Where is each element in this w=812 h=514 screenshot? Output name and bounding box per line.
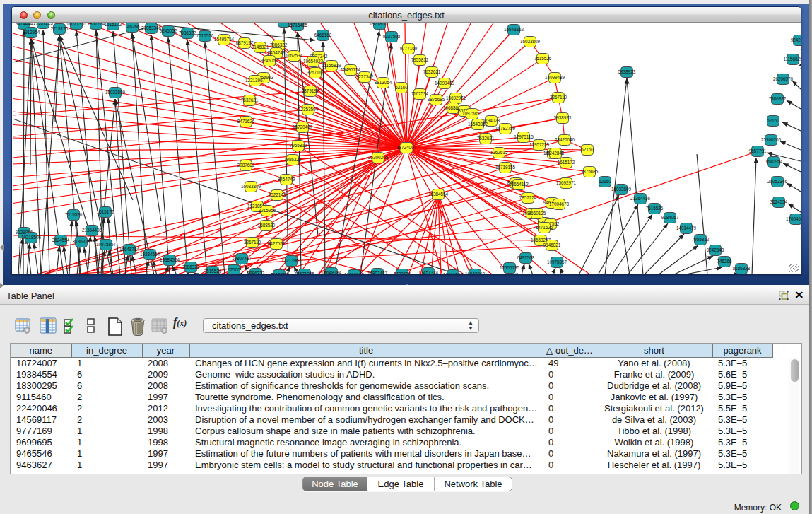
svg-text:7515526: 7515526 [646,206,664,211]
svg-text:3215955: 3215955 [259,208,276,213]
svg-text:9242848: 9242848 [707,247,724,252]
svg-text:16033809: 16033809 [520,39,541,44]
svg-text:9146821: 9146821 [252,45,269,49]
svg-text:7632621: 7632621 [241,98,259,103]
svg-text:7515526: 7515526 [65,212,83,217]
svg-text:1362615: 1362615 [490,150,508,155]
svg-text:3267110: 3267110 [244,240,261,245]
svg-text:21364436: 21364436 [82,228,102,233]
svg-text:8186328: 8186328 [73,239,90,244]
svg-text:3624554: 3624554 [52,238,70,243]
svg-text:3267110: 3267110 [550,95,567,100]
svg-text:12975115: 12975115 [514,134,534,139]
svg-text:16543362: 16543362 [465,271,486,274]
svg-text:9227342: 9227342 [356,74,374,79]
svg-text:1615172: 1615172 [97,209,114,214]
svg-text:8813054: 8813054 [375,80,392,85]
svg-text:10719155: 10719155 [495,165,516,170]
svg-text:7515526: 7515526 [204,269,222,274]
svg-text:1615172: 1615172 [105,23,122,27]
svg-text:6497568: 6497568 [517,255,535,260]
svg-text:15720407: 15720407 [293,124,313,129]
svg-text:14099489: 14099489 [435,81,455,86]
svg-text:62160: 62160 [599,179,611,184]
svg-text:7986322: 7986322 [179,30,196,35]
svg-text:7986322: 7986322 [270,42,288,47]
svg-text:7986322: 7986322 [247,271,265,274]
svg-text:14914479: 14914479 [676,226,697,230]
svg-text:9146821: 9146821 [543,243,561,247]
svg-text:1733426: 1733426 [394,271,411,274]
svg-text:10782759: 10782759 [495,126,516,131]
svg-text:11156829: 11156829 [322,63,341,68]
svg-text:16033809: 16033809 [611,187,632,192]
svg-text:3875685: 3875685 [428,97,445,102]
svg-text:15495754: 15495754 [214,37,235,42]
svg-text:10975857: 10975857 [547,259,567,264]
svg-text:10807487: 10807487 [232,256,252,261]
svg-text:18724007: 18724007 [396,145,417,150]
svg-text:12213967: 12213967 [281,258,302,263]
svg-text:6879197: 6879197 [302,88,319,93]
svg-text:8912954: 8912954 [23,30,40,35]
svg-text:16648784: 16648784 [119,247,140,252]
svg-text:7955812: 7955812 [290,143,307,148]
svg-text:5938923: 5938923 [554,115,572,120]
svg-text:1167534: 1167534 [286,53,303,58]
svg-text:5938923: 5938923 [618,69,636,74]
svg-text:10807487: 10807487 [367,271,388,274]
svg-text:62160: 62160 [581,147,594,152]
svg-text:2718176: 2718176 [51,26,69,31]
svg-text:8471626: 8471626 [536,225,553,230]
svg-text:8912954: 8912954 [271,272,288,274]
svg-text:19218506: 19218506 [370,23,390,26]
svg-text:16671355: 16671355 [66,23,87,26]
svg-text:7955812: 7955812 [411,57,429,62]
svg-text:19654923: 19654923 [303,59,324,64]
svg-text:15495754: 15495754 [341,67,361,72]
svg-text:9657791: 9657791 [749,148,767,153]
svg-text:8186328: 8186328 [733,266,751,271]
svg-text:9245052: 9245052 [261,58,278,63]
svg-text:9084067: 9084067 [661,215,679,220]
svg-text:16648784: 16648784 [322,270,342,274]
svg-text:7632621: 7632621 [423,69,441,74]
svg-text:17016504: 17016504 [443,272,464,274]
svg-text:7986322: 7986322 [769,96,787,101]
svg-text:15716485: 15716485 [288,23,308,28]
svg-text:9660125: 9660125 [529,211,546,216]
svg-text:25300205: 25300205 [761,137,782,142]
svg-text:12353594: 12353594 [298,107,319,112]
svg-text:6466160: 6466160 [314,33,332,37]
svg-text:13451324: 13451324 [418,270,439,274]
svg-text:9327508: 9327508 [383,34,401,39]
svg-text:1588520: 1588520 [258,223,276,228]
svg-text:2087682: 2087682 [237,163,255,168]
svg-text:746266: 746266 [717,259,732,264]
svg-text:7955812: 7955812 [692,237,710,242]
svg-text:7986322: 7986322 [284,157,302,162]
svg-text:7515526: 7515526 [196,33,214,38]
svg-text:16543362: 16543362 [504,27,524,32]
svg-text:7857224: 7857224 [88,23,105,26]
svg-text:19384554: 19384554 [428,192,449,197]
svg-text:10975857: 10975857 [462,111,483,116]
svg-text:8427552: 8427552 [268,241,286,246]
svg-text:12505135: 12505135 [500,265,520,270]
svg-text:20053346: 20053346 [141,25,162,30]
svg-text:20053346: 20053346 [767,179,788,184]
svg-text:17004678: 17004678 [549,201,570,206]
svg-text:15692971: 15692971 [556,180,577,185]
svg-text:10975857: 10975857 [96,242,117,247]
svg-text:10719155: 10719155 [344,272,365,274]
svg-text:17957225: 17957225 [529,142,550,147]
svg-text:19384554: 19384554 [160,257,180,262]
svg-text:1167534: 1167534 [411,91,429,96]
svg-text:1640954: 1640954 [765,159,783,164]
svg-text:16671355: 16671355 [295,271,315,274]
svg-text:19384554: 19384554 [140,252,160,257]
svg-text:11156829: 11156829 [783,57,801,62]
svg-text:9242848: 9242848 [547,151,565,156]
svg-text:9777169: 9777169 [400,46,418,51]
svg-text:26206576: 26206576 [773,76,794,81]
